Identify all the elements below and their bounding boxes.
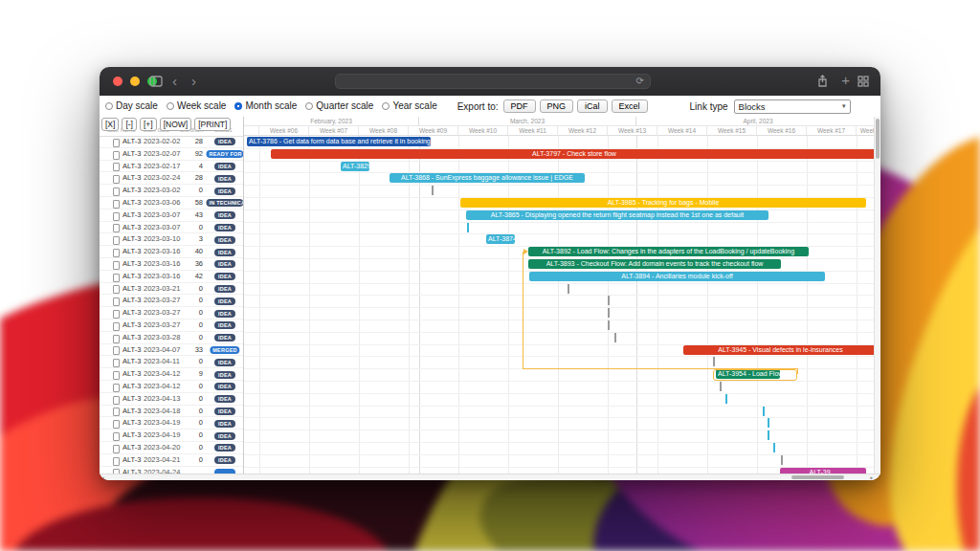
horizontal-scrollbar-thumb[interactable] (791, 475, 844, 479)
table-row[interactable]: ALT-32023-04-130IDEA (100, 393, 243, 406)
table-row[interactable]: ALT-32023-03-280IDEA (100, 332, 243, 344)
status-badge: IDEA (214, 420, 235, 428)
table-row[interactable]: ALT-32023-03-210IDEA (100, 283, 243, 296)
share-icon[interactable] (816, 75, 829, 88)
table-row[interactable]: ALT-32023-04-120IDEA (100, 381, 243, 393)
back-button[interactable]: ‹ (172, 74, 177, 88)
toolbar-button-now[interactable]: [NOW] (160, 118, 192, 131)
table-row[interactable]: ALT-32023-03-270IDEA (100, 320, 243, 332)
table-row[interactable]: ALT-32023-03-270IDEA (100, 307, 243, 320)
milestone-marker[interactable] (768, 418, 769, 428)
toolbar-button-+[interactable]: [+] (140, 118, 157, 131)
new-tab-button[interactable]: + (841, 73, 850, 87)
milestone-marker[interactable] (768, 430, 769, 440)
milestone-marker[interactable] (781, 455, 783, 465)
table-row[interactable]: ALT-32023-02-174IDEA (100, 161, 243, 173)
document-icon (113, 371, 120, 380)
gantt-bar[interactable]: ALT-3797 - Check store flow (271, 149, 878, 159)
gantt-bar[interactable]: ALT-3829 (341, 162, 369, 171)
link-type-select[interactable]: Blocks ▾ (734, 99, 851, 114)
gantt-bar[interactable]: ALT-3985 - Tracking for bags - Mobile (460, 198, 866, 208)
table-row[interactable]: ALT-32023-02-0228IDEA (100, 136, 243, 148)
milestone-marker[interactable] (608, 320, 610, 330)
close-window-button[interactable] (113, 77, 122, 86)
milestone-marker[interactable] (773, 443, 775, 452)
table-row[interactable]: ALT-32023-02-2428IDEA (100, 172, 243, 185)
status-badge: IDEA (214, 273, 235, 280)
gantt-bar[interactable]: ALT-3894 - Ancillaries module kick-off (529, 272, 825, 281)
gantt-bar[interactable]: ALT-3874 (486, 234, 515, 244)
task-start-date: 2023-02-24 (144, 172, 180, 184)
scale-option-year[interactable]: Year scale (382, 100, 436, 111)
gantt-bar[interactable]: ALT-3865 - Displaying opened the return … (466, 210, 768, 220)
table-row[interactable]: ALT-32023-03-0743IDEA (100, 209, 243, 222)
reload-icon[interactable]: ⟳ (636, 76, 644, 86)
table-row[interactable]: ALT-32023-04-190IDEA (100, 417, 243, 430)
toolbar-button-x[interactable]: [X] (101, 118, 119, 131)
task-duration: 28 (178, 172, 203, 184)
export-button-group: PDFPNGiCalExcel (503, 99, 652, 113)
tab-overview-icon[interactable] (858, 76, 869, 87)
table-row[interactable]: ALT-32023-03-0658IN TECHNICAL A (100, 197, 243, 209)
table-row[interactable]: ALT-32023-02-0792READY FOR SC (100, 148, 243, 161)
task-duration: 0 (178, 356, 203, 367)
gantt-bar[interactable]: ALT-3786 - Get data form data base and r… (247, 137, 431, 146)
table-row[interactable]: ALT-32023-03-020IDEA (100, 185, 243, 197)
table-row[interactable]: ALT-32023-04-190IDEA (100, 430, 243, 442)
scale-option-quarter[interactable]: Quarter scale (305, 100, 373, 111)
export-png-button[interactable]: PNG (540, 99, 574, 113)
toolbar-button-print[interactable]: [PRINT] (194, 118, 231, 131)
export-pdf-button[interactable]: PDF (503, 99, 536, 113)
table-row[interactable]: ALT-32023-04-0733MERGED (100, 344, 243, 357)
table-row[interactable]: ALT-32023-04-180IDEA (100, 406, 243, 418)
horizontal-scrollbar[interactable]: ◂ ▸ (100, 474, 880, 480)
gantt-bar[interactable]: ALT-3945 - Visual defects in le-insuranc… (683, 345, 878, 355)
milestone-marker[interactable] (720, 382, 722, 391)
export-ical-button[interactable]: iCal (577, 99, 608, 113)
vertical-scrollbar-thumb[interactable] (876, 119, 880, 159)
table-row[interactable]: ALT-32023-03-270IDEA (100, 295, 243, 307)
toolbar-button--[interactable]: [-] (122, 118, 137, 131)
milestone-marker[interactable] (614, 333, 616, 342)
task-start-date: 2023-04-07 (144, 344, 180, 356)
address-bar[interactable]: ⟳ (335, 74, 651, 89)
table-row[interactable]: ALT-32023-03-1640IDEA (100, 246, 243, 258)
table-row[interactable]: ALT-32023-04-210IDEA (100, 454, 243, 467)
milestone-marker[interactable] (467, 223, 469, 232)
milestone-marker[interactable] (608, 308, 610, 318)
scale-option-month[interactable]: Month scale (234, 100, 297, 111)
forward-button[interactable]: › (191, 74, 196, 88)
gantt-bar[interactable]: ALT-3893 - Checkout Flow: Add domain eve… (528, 259, 781, 269)
sidebar-icon[interactable] (149, 76, 163, 87)
status-badge: IDEA (214, 138, 235, 145)
gantt-bar[interactable]: ALT-3892 - Load Flow: Changes in the ada… (528, 247, 809, 256)
month-header: March, 2023 (419, 117, 636, 126)
table-row[interactable]: ALT-32023-04-110IDEA (100, 356, 243, 368)
link-connector-line (797, 368, 798, 374)
gantt-bar[interactable]: ALT-3868 - SunExpress baggage allowance … (390, 173, 585, 183)
minimize-window-button[interactable] (130, 77, 140, 86)
export-excel-button[interactable]: Excel (612, 99, 648, 113)
task-name: ALT-3 (122, 271, 141, 282)
task-duration: 0 (178, 406, 203, 417)
task-duration: 43 (178, 209, 203, 221)
milestone-marker[interactable] (432, 186, 434, 195)
table-row[interactable]: ALT-32023-04-129IDEA (100, 368, 243, 381)
milestone-marker[interactable] (568, 284, 569, 294)
table-row[interactable]: ALT-32023-03-070IDEA (100, 222, 243, 234)
task-duration: 0 (178, 442, 203, 453)
status-badge: IDEA (214, 211, 235, 219)
milestone-marker[interactable] (608, 296, 610, 305)
milestone-marker[interactable] (763, 407, 765, 416)
milestone-marker[interactable] (713, 357, 715, 366)
table-row[interactable]: ALT-32023-04-200IDEA (100, 442, 243, 454)
table-row[interactable]: ALT-32023-03-1636IDEA (100, 258, 243, 271)
table-row[interactable]: ALT-32023-03-1642IDEA (100, 271, 243, 283)
scale-option-day[interactable]: Day scale (105, 100, 158, 111)
scroll-right-arrow-icon[interactable]: ▸ (870, 474, 873, 480)
table-row[interactable]: ALT-32023-03-103IDEA (100, 233, 243, 246)
vertical-scrollbar[interactable] (874, 117, 880, 474)
milestone-marker[interactable] (725, 394, 727, 404)
gantt-chart-panel: February, 2023March, 2023April, 2023 Wee… (244, 117, 880, 474)
scale-option-week[interactable]: Week scale (167, 100, 227, 111)
